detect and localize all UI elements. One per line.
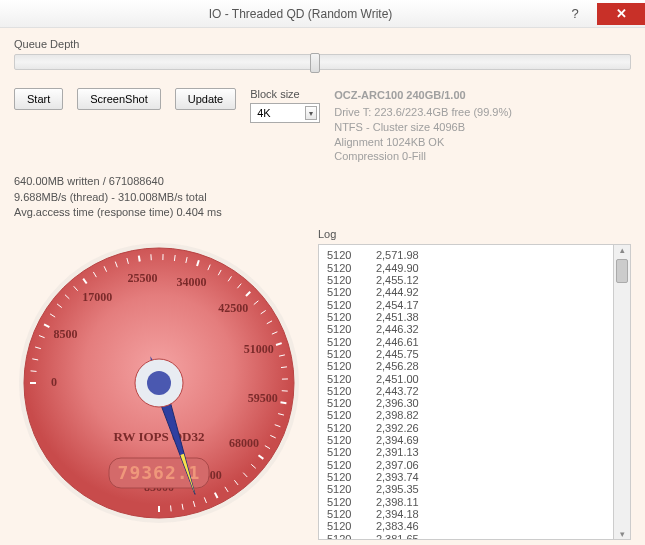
stats-block: 640.00MB written / 671088640 9.688MB/s (… <box>14 174 294 220</box>
log-scrollbar[interactable] <box>613 244 631 540</box>
svg-line-3 <box>31 371 37 372</box>
help-button[interactable]: ? <box>553 6 597 21</box>
device-fs: NTFS - Cluster size 4096B <box>334 120 631 135</box>
device-info: OCZ-ARC100 240GB/1.00 Drive T: 223.6/223… <box>334 88 631 164</box>
device-compression: Compression 0-Fill <box>334 149 631 164</box>
svg-text:RW IOPS QD32: RW IOPS QD32 <box>113 429 204 444</box>
block-size-value: 4K <box>257 107 270 119</box>
svg-text:34000: 34000 <box>176 275 206 289</box>
svg-text:0: 0 <box>51 375 57 389</box>
block-size-group: Block size 4K ▾ <box>250 88 320 123</box>
block-size-select[interactable]: 4K ▾ <box>250 103 320 123</box>
start-button[interactable]: Start <box>14 88 63 110</box>
log-panel: Log 5120 2,571.98 5120 2,449.90 5120 2,4… <box>318 228 631 540</box>
svg-line-17 <box>139 256 140 262</box>
queue-depth-slider[interactable] <box>14 54 631 70</box>
gauge-svg: 0850017000255003400042500510005950068000… <box>14 228 304 528</box>
stats-line-1: 640.00MB written / 671088640 <box>14 174 294 189</box>
stats-line-3: Avg.access time (response time) 0.404 ms <box>14 205 294 220</box>
svg-text:68000: 68000 <box>229 437 259 451</box>
close-button[interactable]: ✕ <box>597 3 645 25</box>
stats-line-2: 9.688MB/s (thread) - 310.008MB/s total <box>14 190 294 205</box>
svg-text:25500: 25500 <box>128 271 158 285</box>
svg-text:59500: 59500 <box>248 392 278 406</box>
main-content: Queue Depth Start ScreenShot Update Bloc… <box>0 28 645 545</box>
log-text: 5120 2,571.98 5120 2,449.90 5120 2,455.1… <box>318 244 613 540</box>
lower-panel: 0850017000255003400042500510005950068000… <box>14 228 631 540</box>
chevron-down-icon: ▾ <box>305 106 317 120</box>
device-drive: Drive T: 223.6/223.4GB free (99.9%) <box>334 105 631 120</box>
device-alignment: Alignment 1024KB OK <box>334 135 631 150</box>
svg-text:42500: 42500 <box>218 301 248 315</box>
svg-text:51000: 51000 <box>244 343 274 357</box>
update-button[interactable]: Update <box>175 88 236 110</box>
scroll-thumb[interactable] <box>616 259 628 283</box>
log-label: Log <box>318 228 631 240</box>
svg-line-37 <box>280 403 286 404</box>
window-title: IO - Threaded QD (Random Write) <box>48 7 553 21</box>
device-model: OCZ-ARC100 240GB/1.00 <box>334 88 631 103</box>
controls-row: Start ScreenShot Update Block size 4K ▾ … <box>14 88 631 164</box>
svg-line-51 <box>171 506 172 512</box>
svg-point-71 <box>147 371 171 395</box>
block-size-label: Block size <box>250 88 320 100</box>
title-bar: IO - Threaded QD (Random Write) ? ✕ <box>0 0 645 28</box>
svg-text:17000: 17000 <box>82 290 112 304</box>
svg-text:8500: 8500 <box>53 327 77 341</box>
screenshot-button[interactable]: ScreenShot <box>77 88 160 110</box>
iops-gauge: 0850017000255003400042500510005950068000… <box>14 228 304 538</box>
queue-depth-label: Queue Depth <box>14 38 631 50</box>
slider-thumb[interactable] <box>310 53 320 73</box>
